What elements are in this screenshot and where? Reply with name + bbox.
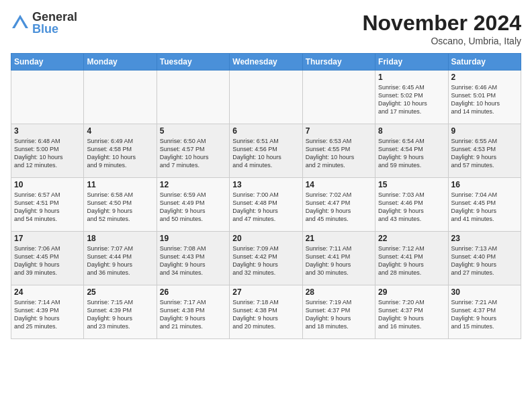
calendar-cell: 8Sunrise: 6:54 AM Sunset: 4:54 PM Daylig… bbox=[375, 124, 448, 178]
calendar-cell: 16Sunrise: 7:04 AM Sunset: 4:45 PM Dayli… bbox=[448, 178, 521, 232]
day-number: 28 bbox=[306, 287, 372, 297]
calendar-cell bbox=[230, 71, 302, 124]
column-header-monday: Monday bbox=[84, 54, 157, 71]
day-number: 9 bbox=[451, 126, 518, 136]
day-number: 24 bbox=[14, 287, 81, 297]
day-number: 3 bbox=[14, 126, 81, 136]
title-block: November 2024 Oscano, Umbria, Italy bbox=[362, 11, 521, 46]
day-info: Sunrise: 7:15 AM Sunset: 4:39 PM Dayligh… bbox=[87, 298, 153, 331]
logo-blue-text: Blue bbox=[32, 23, 77, 35]
day-info: Sunrise: 6:54 AM Sunset: 4:54 PM Dayligh… bbox=[378, 137, 445, 170]
day-info: Sunrise: 7:09 AM Sunset: 4:42 PM Dayligh… bbox=[232, 244, 299, 277]
calendar-week-row: 24Sunrise: 7:14 AM Sunset: 4:39 PM Dayli… bbox=[11, 285, 521, 339]
day-info: Sunrise: 7:08 AM Sunset: 4:43 PM Dayligh… bbox=[160, 244, 226, 277]
day-number: 17 bbox=[14, 234, 81, 243]
calendar-week-row: 17Sunrise: 7:06 AM Sunset: 4:45 PM Dayli… bbox=[11, 232, 521, 285]
day-number: 21 bbox=[306, 234, 372, 243]
day-info: Sunrise: 7:20 AM Sunset: 4:37 PM Dayligh… bbox=[378, 298, 445, 331]
calendar-cell: 28Sunrise: 7:19 AM Sunset: 4:37 PM Dayli… bbox=[302, 285, 375, 339]
calendar-cell: 1Sunrise: 6:45 AM Sunset: 5:02 PM Daylig… bbox=[375, 71, 448, 124]
day-number: 11 bbox=[87, 180, 153, 189]
day-info: Sunrise: 6:55 AM Sunset: 4:53 PM Dayligh… bbox=[451, 137, 518, 170]
calendar-cell: 22Sunrise: 7:12 AM Sunset: 4:41 PM Dayli… bbox=[375, 232, 448, 285]
header: General Blue November 2024 Oscano, Umbri… bbox=[11, 11, 521, 46]
day-info: Sunrise: 7:04 AM Sunset: 4:45 PM Dayligh… bbox=[451, 191, 518, 224]
calendar-cell: 19Sunrise: 7:08 AM Sunset: 4:43 PM Dayli… bbox=[157, 232, 229, 285]
day-number: 12 bbox=[160, 180, 226, 189]
day-number: 7 bbox=[306, 126, 372, 136]
day-info: Sunrise: 6:59 AM Sunset: 4:49 PM Dayligh… bbox=[160, 191, 226, 224]
day-number: 2 bbox=[451, 73, 518, 82]
calendar-cell: 6Sunrise: 6:51 AM Sunset: 4:56 PM Daylig… bbox=[230, 124, 302, 178]
calendar-cell: 9Sunrise: 6:55 AM Sunset: 4:53 PM Daylig… bbox=[448, 124, 521, 178]
calendar-cell: 14Sunrise: 7:02 AM Sunset: 4:47 PM Dayli… bbox=[302, 178, 375, 232]
day-number: 27 bbox=[232, 287, 299, 297]
day-number: 30 bbox=[451, 287, 518, 297]
day-info: Sunrise: 7:00 AM Sunset: 4:48 PM Dayligh… bbox=[232, 191, 299, 224]
day-info: Sunrise: 6:57 AM Sunset: 4:51 PM Dayligh… bbox=[14, 191, 81, 224]
day-info: Sunrise: 7:11 AM Sunset: 4:41 PM Dayligh… bbox=[306, 244, 372, 277]
day-info: Sunrise: 7:19 AM Sunset: 4:37 PM Dayligh… bbox=[306, 298, 372, 331]
location-subtitle: Oscano, Umbria, Italy bbox=[362, 36, 521, 46]
logo-icon bbox=[11, 13, 30, 32]
day-info: Sunrise: 6:48 AM Sunset: 5:00 PM Dayligh… bbox=[14, 137, 81, 170]
calendar-cell: 24Sunrise: 7:14 AM Sunset: 4:39 PM Dayli… bbox=[11, 285, 84, 339]
day-info: Sunrise: 7:14 AM Sunset: 4:39 PM Dayligh… bbox=[14, 298, 81, 331]
calendar-cell: 4Sunrise: 6:49 AM Sunset: 4:58 PM Daylig… bbox=[84, 124, 157, 178]
day-number: 5 bbox=[160, 126, 226, 136]
day-number: 6 bbox=[232, 126, 299, 136]
day-number: 20 bbox=[232, 234, 299, 243]
calendar-week-row: 10Sunrise: 6:57 AM Sunset: 4:51 PM Dayli… bbox=[11, 178, 521, 232]
calendar-cell: 10Sunrise: 6:57 AM Sunset: 4:51 PM Dayli… bbox=[11, 178, 84, 232]
calendar-cell: 30Sunrise: 7:21 AM Sunset: 4:37 PM Dayli… bbox=[448, 285, 521, 339]
calendar-cell bbox=[302, 71, 375, 124]
day-number: 16 bbox=[451, 180, 518, 189]
day-info: Sunrise: 7:12 AM Sunset: 4:41 PM Dayligh… bbox=[378, 244, 445, 277]
day-info: Sunrise: 7:21 AM Sunset: 4:37 PM Dayligh… bbox=[451, 298, 518, 331]
calendar-cell: 17Sunrise: 7:06 AM Sunset: 4:45 PM Dayli… bbox=[11, 232, 84, 285]
calendar-cell: 12Sunrise: 6:59 AM Sunset: 4:49 PM Dayli… bbox=[157, 178, 229, 232]
day-info: Sunrise: 7:07 AM Sunset: 4:44 PM Dayligh… bbox=[87, 244, 153, 277]
day-number: 10 bbox=[14, 180, 81, 189]
column-header-thursday: Thursday bbox=[302, 54, 375, 71]
column-header-saturday: Saturday bbox=[448, 54, 521, 71]
day-info: Sunrise: 6:51 AM Sunset: 4:56 PM Dayligh… bbox=[232, 137, 299, 170]
day-number: 23 bbox=[451, 234, 518, 243]
day-info: Sunrise: 6:58 AM Sunset: 4:50 PM Dayligh… bbox=[87, 191, 153, 224]
day-info: Sunrise: 7:02 AM Sunset: 4:47 PM Dayligh… bbox=[306, 191, 372, 224]
day-info: Sunrise: 7:18 AM Sunset: 4:38 PM Dayligh… bbox=[232, 298, 299, 331]
calendar-cell: 7Sunrise: 6:53 AM Sunset: 4:55 PM Daylig… bbox=[302, 124, 375, 178]
calendar-cell: 27Sunrise: 7:18 AM Sunset: 4:38 PM Dayli… bbox=[230, 285, 302, 339]
day-number: 22 bbox=[378, 234, 445, 243]
day-number: 19 bbox=[160, 234, 226, 243]
day-info: Sunrise: 7:03 AM Sunset: 4:46 PM Dayligh… bbox=[378, 191, 445, 224]
column-header-tuesday: Tuesday bbox=[157, 54, 229, 71]
day-number: 18 bbox=[87, 234, 153, 243]
calendar-cell: 11Sunrise: 6:58 AM Sunset: 4:50 PM Dayli… bbox=[84, 178, 157, 232]
day-info: Sunrise: 6:53 AM Sunset: 4:55 PM Dayligh… bbox=[306, 137, 372, 170]
calendar-cell: 29Sunrise: 7:20 AM Sunset: 4:37 PM Dayli… bbox=[375, 285, 448, 339]
calendar-week-row: 1Sunrise: 6:45 AM Sunset: 5:02 PM Daylig… bbox=[11, 71, 521, 124]
calendar-cell: 13Sunrise: 7:00 AM Sunset: 4:48 PM Dayli… bbox=[230, 178, 302, 232]
day-number: 29 bbox=[378, 287, 445, 297]
calendar-cell: 15Sunrise: 7:03 AM Sunset: 4:46 PM Dayli… bbox=[375, 178, 448, 232]
day-number: 8 bbox=[378, 126, 445, 136]
calendar-cell: 2Sunrise: 6:46 AM Sunset: 5:01 PM Daylig… bbox=[448, 71, 521, 124]
day-info: Sunrise: 6:45 AM Sunset: 5:02 PM Dayligh… bbox=[378, 83, 445, 116]
calendar-header-row: SundayMondayTuesdayWednesdayThursdayFrid… bbox=[11, 54, 521, 71]
column-header-friday: Friday bbox=[375, 54, 448, 71]
calendar-cell bbox=[11, 71, 84, 124]
day-number: 25 bbox=[87, 287, 153, 297]
calendar-cell: 18Sunrise: 7:07 AM Sunset: 4:44 PM Dayli… bbox=[84, 232, 157, 285]
calendar-cell bbox=[157, 71, 229, 124]
calendar-cell: 21Sunrise: 7:11 AM Sunset: 4:41 PM Dayli… bbox=[302, 232, 375, 285]
calendar-cell: 23Sunrise: 7:13 AM Sunset: 4:40 PM Dayli… bbox=[448, 232, 521, 285]
day-info: Sunrise: 7:17 AM Sunset: 4:38 PM Dayligh… bbox=[160, 298, 226, 331]
day-number: 26 bbox=[160, 287, 226, 297]
page: General Blue November 2024 Oscano, Umbri… bbox=[0, 0, 532, 411]
calendar-cell: 3Sunrise: 6:48 AM Sunset: 5:00 PM Daylig… bbox=[11, 124, 84, 178]
calendar-cell: 26Sunrise: 7:17 AM Sunset: 4:38 PM Dayli… bbox=[157, 285, 229, 339]
logo-general-text: General bbox=[32, 11, 77, 23]
day-info: Sunrise: 6:49 AM Sunset: 4:58 PM Dayligh… bbox=[87, 137, 153, 170]
calendar-week-row: 3Sunrise: 6:48 AM Sunset: 5:00 PM Daylig… bbox=[11, 124, 521, 178]
